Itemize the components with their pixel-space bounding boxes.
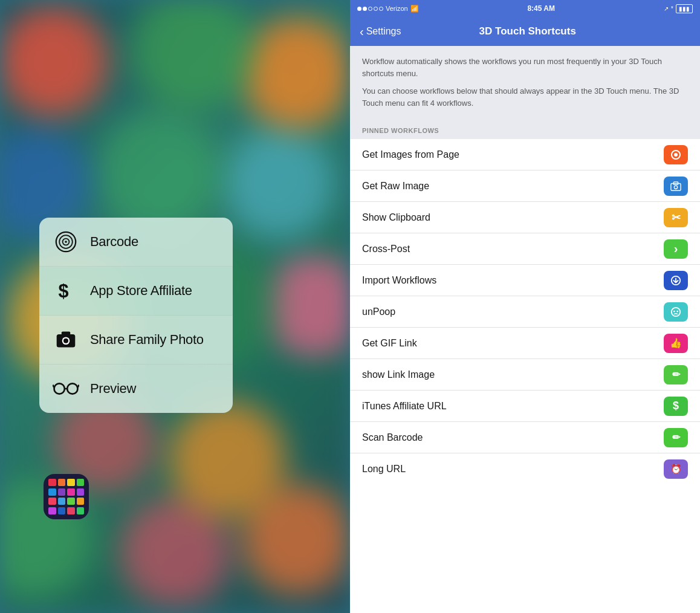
workflow-badge xyxy=(664,302,688,322)
workflow-item-show-clipboard[interactable]: Show Clipboard ✂ xyxy=(350,202,700,233)
3d-touch-popup: Barcode $ App Store Affiliate Share Fa xyxy=(39,218,233,413)
camera-icon xyxy=(53,326,79,353)
workflow-badge: ⏰ xyxy=(664,459,688,479)
svg-point-8 xyxy=(63,339,68,343)
workflow-badge: ✏ xyxy=(664,428,688,447)
workflow-name: Import Workflows xyxy=(362,275,664,286)
workflow-item-unpoop[interactable]: unPoop xyxy=(350,296,700,328)
workflow-badge: 👍 xyxy=(664,334,688,353)
svg-point-22 xyxy=(676,310,678,312)
bluetooth-icon: * xyxy=(671,5,673,12)
workflow-item-scan-barcode[interactable]: Scan Barcode ✏ xyxy=(350,422,700,453)
popup-item-barcode-label: Barcode xyxy=(90,234,138,250)
info-section: Workflow automatically shows the workflo… xyxy=(350,46,700,118)
signal-dot-3 xyxy=(368,7,372,11)
glasses-icon xyxy=(53,375,79,402)
popup-item-barcode[interactable]: Barcode xyxy=(39,218,233,267)
workflow-name: Get GIF Link xyxy=(362,338,664,349)
workflow-name: Get Images from Page xyxy=(362,149,664,160)
workflow-badge: › xyxy=(664,239,688,259)
signal-dot-5 xyxy=(379,7,383,11)
workflow-app-icon[interactable] xyxy=(44,474,89,519)
left-panel: Barcode $ App Store Affiliate Share Fa xyxy=(0,0,350,613)
workflow-item-show-link-image[interactable]: show Link Image ✏ xyxy=(350,359,700,391)
workflow-name: Cross-Post xyxy=(362,244,664,255)
status-time: 8:45 AM xyxy=(527,4,555,13)
svg-point-20 xyxy=(672,307,680,316)
popup-item-preview-label: Preview xyxy=(90,381,136,397)
popup-item-app-store-affiliate-label: App Store Affiliate xyxy=(90,283,192,299)
pinned-workflows-header: PINNED WORKFLOWS xyxy=(350,118,700,139)
workflow-list: Get Images from Page Get Raw Image Show … xyxy=(350,139,700,613)
workflow-badge xyxy=(664,177,688,196)
workflow-name: Scan Barcode xyxy=(362,432,664,443)
workflow-item-get-raw-image[interactable]: Get Raw Image xyxy=(350,170,700,202)
battery-icon: ▮▮▮ xyxy=(676,4,693,13)
workflow-badge xyxy=(664,271,688,290)
svg-point-18 xyxy=(674,186,677,189)
workflow-item-import-workflows[interactable]: Import Workflows xyxy=(350,265,700,296)
popup-item-share-family-photo-label: Share Family Photo xyxy=(90,332,204,348)
nav-bar: ‹ Settings 3D Touch Shortcuts xyxy=(350,17,700,46)
right-panel: Verizon 📶 8:45 AM ↗ * ▮▮▮ ‹ Settings 3D … xyxy=(350,0,700,613)
signal-arrow-icon: ↗ xyxy=(664,5,669,12)
svg-point-3 xyxy=(65,241,67,243)
svg-point-10 xyxy=(67,383,77,394)
page-title: 3D Touch Shortcuts xyxy=(401,25,654,37)
workflow-name: unPoop xyxy=(362,306,664,317)
wifi-icon: 📶 xyxy=(410,5,419,13)
popup-item-preview[interactable]: Preview xyxy=(39,365,233,413)
popup-item-app-store-affiliate[interactable]: $ App Store Affiliate xyxy=(39,267,233,316)
workflow-item-itunes-affiliate-url[interactable]: iTunes Affiliate URL $ xyxy=(350,391,700,422)
workflow-item-cross-post[interactable]: Cross-Post › xyxy=(350,233,700,265)
svg-point-15 xyxy=(674,153,678,157)
carrier-name: Verizon xyxy=(386,5,408,12)
workflow-badge xyxy=(664,145,688,164)
dollar-icon: $ xyxy=(53,277,79,304)
workflow-item-get-gif-link[interactable]: Get GIF Link 👍 xyxy=(350,328,700,359)
signal-dot-2 xyxy=(363,7,367,11)
back-button[interactable]: ‹ Settings xyxy=(360,25,401,39)
svg-line-13 xyxy=(78,385,79,388)
info-text-2: You can choose workflows below that shou… xyxy=(362,85,688,109)
info-text-1: Workflow automatically shows the workflo… xyxy=(362,56,688,79)
chevron-left-icon: ‹ xyxy=(360,25,364,39)
signal-dot-4 xyxy=(374,7,378,11)
workflow-item-long-url[interactable]: Long URL ⏰ xyxy=(350,453,700,485)
workflow-name: Long URL xyxy=(362,464,664,475)
barcode-icon xyxy=(53,229,79,255)
workflow-name: show Link Image xyxy=(362,369,664,380)
workflow-badge: $ xyxy=(664,397,688,416)
svg-text:$: $ xyxy=(58,281,68,301)
back-label[interactable]: Settings xyxy=(366,26,401,37)
workflow-badge: ✂ xyxy=(664,208,688,227)
app-icon-container xyxy=(44,474,89,519)
section-header-label: PINNED WORKFLOWS xyxy=(362,127,439,134)
svg-point-21 xyxy=(673,310,675,312)
workflow-item-get-images-from-page[interactable]: Get Images from Page xyxy=(350,139,700,170)
workflow-name: Get Raw Image xyxy=(362,181,664,192)
workflow-badge: ✏ xyxy=(664,365,688,384)
signal-strength xyxy=(357,7,383,11)
svg-rect-6 xyxy=(62,332,70,336)
signal-dot-1 xyxy=(357,7,361,11)
popup-item-share-family-photo[interactable]: Share Family Photo xyxy=(39,316,233,365)
svg-line-12 xyxy=(53,385,54,388)
status-right: ↗ * ▮▮▮ xyxy=(664,4,693,13)
svg-point-9 xyxy=(54,383,65,394)
status-left: Verizon 📶 xyxy=(357,5,419,13)
workflow-name: Show Clipboard xyxy=(362,212,664,223)
workflow-name: iTunes Affiliate URL xyxy=(362,401,664,412)
status-bar: Verizon 📶 8:45 AM ↗ * ▮▮▮ xyxy=(350,0,700,17)
